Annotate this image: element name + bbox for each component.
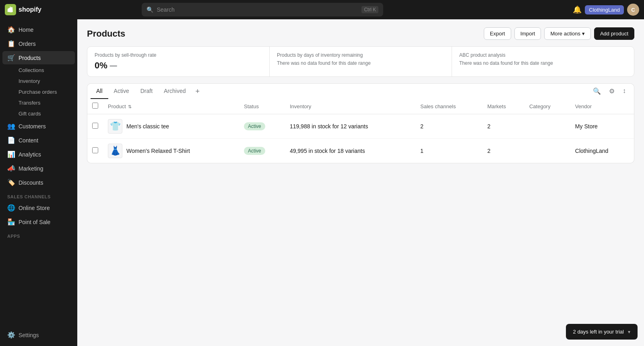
- vendor-column-header: Vendor: [570, 99, 634, 114]
- more-actions-button[interactable]: More actions ▾: [544, 27, 590, 40]
- sidebar-item-inventory[interactable]: Inventory: [2, 76, 75, 86]
- table-row[interactable]: 👗 Women's Relaxed T-Shirt Active 49,995 …: [87, 139, 634, 163]
- tab-all[interactable]: All: [91, 84, 108, 99]
- products-icon: 🛒: [7, 54, 14, 62]
- analytics-card-days-inventory-sub: There was no data found for this date ra…: [277, 60, 444, 66]
- sidebar-item-marketing[interactable]: 📣 Marketing: [2, 162, 75, 175]
- markets-cell: 2: [483, 139, 524, 163]
- row-checkbox-cell[interactable]: [87, 139, 103, 163]
- status-badge: Active: [244, 147, 265, 155]
- select-all-column[interactable]: [87, 99, 103, 114]
- trial-banner[interactable]: 2 days left in your trial ▾: [566, 324, 638, 340]
- shopify-wordmark: shopify: [19, 6, 41, 13]
- store-badge[interactable]: ClothingLand: [585, 5, 624, 14]
- search-bar[interactable]: 🔍 Ctrl K: [142, 3, 383, 16]
- sell-through-dash: —: [110, 62, 117, 70]
- discounts-label: Discounts: [19, 179, 43, 186]
- product-column-header[interactable]: Product ⇅: [103, 99, 239, 114]
- search-icon: 🔍: [147, 6, 153, 13]
- discounts-icon: 🏷️: [7, 179, 14, 186]
- content-icon: 📄: [7, 136, 14, 144]
- products-table-container: Product ⇅ Status Inventory Sales channel…: [87, 99, 634, 163]
- row-checkbox-cell[interactable]: [87, 114, 103, 139]
- analytics-card-sell-through: Products by sell-through rate 0% —: [87, 47, 270, 76]
- apps-section-label: Apps: [0, 229, 77, 240]
- table-row[interactable]: 👕 Men's classic tee Active 119,988 in st…: [87, 114, 634, 139]
- sort-icon[interactable]: ↕: [619, 86, 629, 97]
- sidebar-item-point-of-sale[interactable]: 🏪 Point of Sale: [2, 215, 75, 229]
- vendor-cell: ClothingLand: [570, 139, 634, 163]
- sidebar-item-gift-cards[interactable]: Gift cards: [2, 109, 75, 119]
- sidebar-item-customers[interactable]: 👥 Customers: [2, 119, 75, 133]
- point-of-sale-icon: 🏪: [7, 218, 14, 226]
- add-product-button[interactable]: Add product: [594, 27, 634, 40]
- analytics-row: Products by sell-through rate 0% — Produ…: [87, 46, 634, 77]
- sidebar-item-content[interactable]: 📄 Content: [2, 134, 75, 147]
- import-button[interactable]: Import: [514, 27, 541, 40]
- status-cell: Active: [239, 139, 285, 163]
- tab-add-button[interactable]: +: [192, 84, 204, 98]
- header-actions: Export Import More actions ▾ Add product: [484, 27, 634, 40]
- product-cell: 👗 Women's Relaxed T-Shirt: [108, 144, 234, 158]
- status-column-header: Status: [239, 99, 285, 114]
- search-filter-icon[interactable]: 🔍: [590, 86, 604, 97]
- more-actions-chevron-icon: ▾: [582, 31, 585, 37]
- orders-icon: 📋: [7, 40, 14, 47]
- sidebar-item-analytics[interactable]: 📊 Analytics: [2, 148, 75, 161]
- sidebar-item-collections[interactable]: Collections: [2, 65, 75, 75]
- tab-draft[interactable]: Draft: [135, 84, 158, 99]
- gift-cards-label: Gift cards: [19, 111, 41, 117]
- sidebar-item-home[interactable]: 🏠 Home: [2, 23, 75, 36]
- row-checkbox[interactable]: [92, 147, 98, 153]
- topnav-right: 🔔 ClothingLand C: [573, 4, 639, 16]
- inventory-label: Inventory: [19, 78, 40, 84]
- products-table: Product ⇅ Status Inventory Sales channel…: [87, 99, 634, 163]
- product-name: Men's classic tee: [126, 123, 169, 130]
- sidebar-item-discounts[interactable]: 🏷️ Discounts: [2, 176, 75, 189]
- sidebar-item-settings[interactable]: ⚙️ Settings: [2, 328, 75, 342]
- inventory-cell: 49,995 in stock for 18 variants: [285, 139, 415, 163]
- product-name-cell[interactable]: 👗 Women's Relaxed T-Shirt: [103, 139, 239, 163]
- product-sort-icon: ⇅: [128, 104, 132, 109]
- product-thumbnail: 👗: [108, 144, 122, 158]
- product-name-cell[interactable]: 👕 Men's classic tee: [103, 114, 239, 139]
- notifications-icon[interactable]: 🔔: [573, 5, 582, 14]
- sidebar-item-purchase-orders[interactable]: Purchase orders: [2, 87, 75, 97]
- sidebar-item-orders[interactable]: 📋 Orders: [2, 37, 75, 50]
- analytics-label: Analytics: [19, 151, 41, 158]
- sidebar: 🏠 Home 📋 Orders 🛒 Products Collections I…: [0, 19, 77, 346]
- online-store-label: Online Store: [19, 205, 50, 211]
- row-checkbox[interactable]: [92, 123, 98, 129]
- product-thumbnail: 👕: [108, 119, 122, 134]
- product-cell: 👕 Men's classic tee: [108, 119, 234, 134]
- analytics-card-days-inventory: Products by days of inventory remaining …: [270, 47, 452, 76]
- avatar[interactable]: C: [627, 4, 639, 16]
- export-button[interactable]: Export: [484, 27, 511, 40]
- sidebar-item-transfers[interactable]: Transfers: [2, 98, 75, 108]
- tab-archived[interactable]: Archived: [158, 84, 191, 99]
- sidebar-item-products[interactable]: 🛒 Products: [2, 51, 75, 64]
- category-column-header: Category: [524, 99, 570, 114]
- markets-cell: 2: [483, 114, 524, 139]
- online-store-icon: 🌐: [7, 204, 14, 212]
- search-shortcut: Ctrl K: [361, 6, 378, 13]
- status-badge: Active: [244, 122, 265, 130]
- transfers-label: Transfers: [19, 100, 40, 106]
- tab-active[interactable]: Active: [108, 84, 135, 99]
- shopify-logo: shopify: [5, 4, 41, 15]
- inventory-column-header: Inventory: [285, 99, 415, 114]
- filter-icon[interactable]: ⚙: [606, 86, 618, 97]
- settings-icon: ⚙️: [7, 331, 14, 339]
- sidebar-item-online-store[interactable]: 🌐 Online Store: [2, 201, 75, 214]
- search-input[interactable]: [157, 6, 358, 13]
- select-all-checkbox[interactable]: [92, 103, 98, 109]
- sales-channels-column-header: Sales channels: [415, 99, 482, 114]
- vendor-cell: My Store: [570, 114, 634, 139]
- sales-channels-cell: 2: [415, 114, 482, 139]
- point-of-sale-label: Point of Sale: [19, 219, 50, 225]
- analytics-card-abc-sub: There was no data found for this date ra…: [459, 60, 627, 66]
- collections-label: Collections: [19, 67, 44, 73]
- analytics-card-days-inventory-title: Products by days of inventory remaining: [277, 52, 444, 58]
- marketing-label: Marketing: [19, 165, 43, 172]
- category-cell: [524, 114, 570, 139]
